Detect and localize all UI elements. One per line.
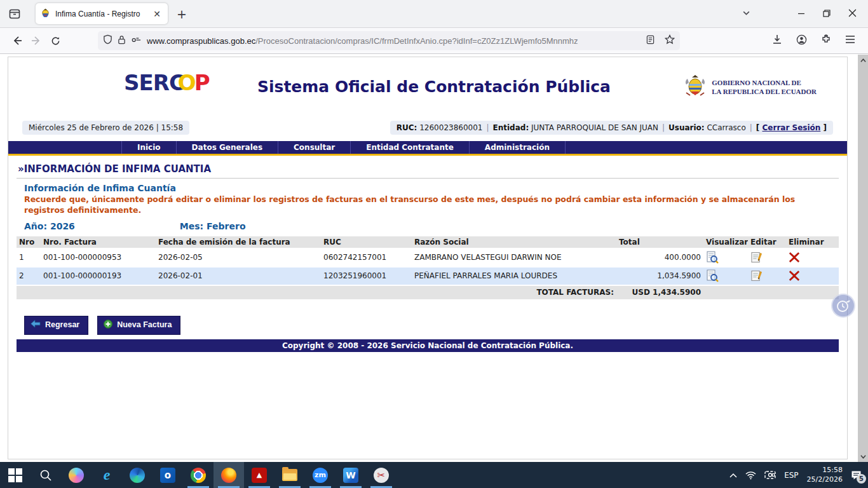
taskbar-ie-button[interactable]: e [92, 462, 122, 488]
language-indicator[interactable]: ESP [784, 471, 798, 480]
page-viewport: SERCOP Sistema Oficial de Contratación P… [0, 55, 868, 462]
content-area: »INFORMACIÓN DE INFIMA CUANTIA Informaci… [8, 156, 847, 352]
table-header-row: Nro Nro. Factura Fecha de emisión de la … [17, 236, 839, 248]
taskbar-outlook-button[interactable]: o [153, 462, 183, 488]
url-host: www.compraspublicas.gob.ec [147, 36, 255, 46]
system-tray: ESP 15:5825/2/2026 5 [729, 462, 868, 488]
editar-icon[interactable] [750, 269, 763, 282]
invoices-table: Nro Nro. Factura Fecha de emisión de la … [17, 236, 839, 299]
visualizar-icon[interactable] [706, 269, 719, 282]
section-title: Información de Infima Cuantía [24, 183, 839, 193]
url-bar[interactable]: www.compraspublicas.gob.ec/ProcesoContra… [98, 31, 680, 50]
zoom-app-icon: zm [313, 468, 328, 483]
session-row: Miércoles 25 de Febrero de 2026 | 15:58 … [22, 121, 833, 135]
editar-icon[interactable] [750, 251, 763, 264]
tray-chevron-icon[interactable] [729, 473, 737, 478]
taskbar-word-button[interactable]: W [336, 462, 366, 488]
taskbar-zoom-button[interactable]: zm [305, 462, 336, 488]
reader-mode-icon[interactable] [646, 35, 654, 47]
taskbar-edge-button[interactable] [122, 462, 153, 488]
permissions-icon[interactable] [131, 35, 142, 46]
acrobat-icon: ▲ [252, 468, 267, 483]
visualizar-icon[interactable] [706, 251, 719, 264]
taskbar-snipping-button[interactable]: ✂ [366, 462, 397, 488]
reload-button[interactable] [46, 36, 65, 46]
back-button[interactable] [8, 36, 27, 46]
window-restore-button[interactable] [823, 8, 831, 20]
scroll-up-icon[interactable] [860, 55, 866, 65]
nav-item-datos-generales[interactable]: Datos Generales [177, 141, 278, 154]
ecuador-crest-icon [684, 74, 707, 102]
notifications-button[interactable]: 5 [851, 470, 862, 480]
taskbar-explorer-button[interactable] [275, 462, 305, 488]
start-button[interactable] [0, 462, 31, 488]
page-body: SERCOP Sistema Oficial de Contratación P… [8, 57, 848, 459]
eliminar-icon[interactable] [789, 252, 800, 263]
firefox-view-icon[interactable] [5, 4, 24, 24]
window-minimize-button[interactable] [797, 8, 805, 20]
extensions-icon[interactable] [821, 34, 831, 47]
logout-link[interactable]: Cerrar Sesión [763, 123, 821, 132]
col-eliminar: Eliminar [786, 238, 839, 247]
col-nro: Nro [17, 238, 41, 247]
downloads-icon[interactable] [772, 34, 782, 47]
wifi-icon[interactable] [745, 471, 756, 480]
file-explorer-icon [282, 469, 297, 481]
tab-list-chevron-icon[interactable] [742, 8, 750, 20]
browser-tab[interactable]: Infima Cuantía - Registro ✕ [36, 3, 168, 24]
screen-share-icon[interactable] [764, 471, 776, 480]
plus-circle-icon [104, 320, 112, 330]
snipping-tool-icon: ✂ [374, 468, 389, 483]
col-visualizar: Visualizar [703, 238, 748, 247]
total-value: USD 1,434.5900 [616, 288, 703, 297]
menu-hamburger-icon[interactable] [845, 35, 855, 46]
col-editar: Editar [748, 238, 786, 247]
new-tab-button[interactable]: + [177, 7, 187, 21]
nav-item-consultar[interactable]: Consultar [278, 141, 351, 154]
scroll-down-icon[interactable] [860, 451, 866, 462]
bookmark-star-icon[interactable] [665, 34, 675, 47]
session-info-pill: RUC: 1260023860001|Entidad: JUNTA PARROQ… [390, 121, 833, 135]
windows-taskbar: e o ▲ zm W ✂ ESP 15:5825/2/2026 5 [0, 462, 868, 488]
taskbar-search-button[interactable] [31, 462, 61, 488]
edge-icon [130, 468, 145, 483]
taskbar-chrome-button[interactable] [183, 462, 214, 488]
lock-icon[interactable] [118, 35, 126, 47]
nueva-factura-button[interactable]: Nueva Factura [97, 316, 180, 335]
copilot-icon [69, 468, 84, 483]
nav-item-inicio[interactable]: Inicio [121, 141, 177, 154]
col-total: Total [616, 238, 703, 247]
page-footer: Copyright © 2008 - 2026 Servicio Naciona… [17, 339, 839, 352]
tray-clock[interactable]: 15:5825/2/2026 [807, 466, 843, 484]
regresar-button[interactable]: Regresar [24, 316, 88, 335]
tracking-shield-icon[interactable] [103, 34, 112, 47]
government-logo: GOBIERNO NACIONAL DE LA REPUBLICA DEL EC… [684, 70, 817, 102]
url-path: /ProcesoContratacion/compras/IC/frmDetIn… [255, 36, 578, 46]
nav-item-administracion[interactable]: Administración [470, 141, 566, 154]
entidad-label: Entidad: [493, 123, 529, 132]
firefox-icon [221, 468, 236, 483]
nav-item-entidad-contratante[interactable]: Entidad Contratante [351, 141, 470, 154]
notification-badge: 5 [857, 474, 866, 484]
taskbar-firefox-button[interactable] [214, 462, 244, 488]
windows-logo-icon [8, 468, 22, 482]
entidad-value: JUNTA PARROQUIAL DE SAN JUAN [531, 123, 658, 132]
total-label: TOTAL FACTURAS: [17, 288, 616, 297]
back-arrow-icon [31, 320, 41, 330]
main-nav: Inicio Datos Generales Consultar Entidad… [8, 141, 847, 156]
taskbar-acrobat-button[interactable]: ▲ [244, 462, 275, 488]
eliminar-icon[interactable] [789, 270, 800, 281]
vertical-scrollbar[interactable] [858, 55, 868, 462]
internet-explorer-icon: e [104, 466, 111, 484]
table-row: 2 001-100-000000193 2026-02-01 120325196… [17, 268, 839, 285]
page-title: Sistema Oficial de Contratación Pública [184, 70, 684, 96]
browser-tabbar: Infima Cuantía - Registro ✕ + [0, 0, 868, 28]
account-icon[interactable] [796, 34, 807, 48]
col-ruc: RUC [321, 238, 412, 247]
taskbar-copilot-button[interactable] [61, 462, 92, 488]
floating-clock-widget[interactable] [831, 294, 855, 318]
tab-close-icon[interactable]: ✕ [151, 9, 163, 19]
ruc-label: RUC: [397, 123, 417, 132]
forward-button[interactable] [27, 36, 46, 46]
window-close-button[interactable] [848, 8, 857, 20]
